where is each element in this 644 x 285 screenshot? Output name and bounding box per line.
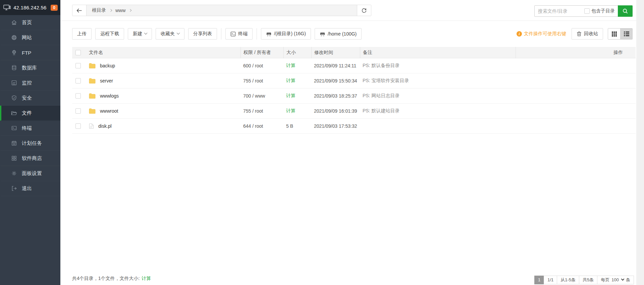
monitor-icon (11, 80, 17, 86)
sidebar-item-files[interactable]: 文件 (0, 106, 60, 121)
back-button[interactable] (72, 5, 87, 16)
sidebar-item-monitor[interactable]: 监控 (0, 75, 60, 91)
sidebar-item-website[interactable]: 网站 (0, 30, 60, 45)
row-checkbox[interactable] (75, 108, 81, 114)
sidebar-item-label: 安全 (22, 95, 32, 101)
calc-size-link[interactable]: 计算 (286, 93, 296, 99)
page-button-1[interactable]: 1 (534, 276, 544, 284)
toolbar-divider (257, 28, 257, 40)
include-subdir-label: 包含子目录 (591, 8, 615, 14)
sidebar-item-ftp[interactable]: FTP (0, 45, 60, 60)
row-checkbox[interactable] (75, 93, 81, 99)
include-subdir-checkbox[interactable] (584, 8, 590, 14)
table-row[interactable]: wwwroot 755 / root 计算 2021/09/09 16:01:3… (72, 104, 636, 119)
table-header: 文件名 权限 / 所有者 大小 修改时间 备注 操作 (72, 47, 636, 58)
calc-size-link[interactable]: 计算 (286, 78, 296, 84)
new-dropdown-button[interactable]: 新建 (128, 28, 152, 40)
file-name-link[interactable]: backup (100, 63, 115, 68)
calc-size-link[interactable]: 计算 (286, 63, 296, 69)
server-ip: 42.186.242.56 (13, 5, 51, 10)
folder-icon (89, 93, 96, 99)
sidebar-item-label: 面板设置 (22, 170, 42, 177)
path-bar: 根目录 www (72, 5, 371, 16)
file-name-link[interactable]: disk.pl (98, 123, 112, 129)
table-row[interactable]: disk.pl 644 / root 5 B 2021/09/03 17:53:… (72, 119, 636, 134)
header-actions: 操作 (516, 47, 636, 58)
sidebar-item-database[interactable]: 数据库 (0, 60, 60, 75)
grid-icon (612, 32, 617, 37)
grid-view-button[interactable] (608, 28, 620, 39)
header-permissions[interactable]: 权限 / 所有者 (240, 47, 283, 58)
breadcrumb: 根目录 www (87, 5, 357, 16)
right-click-hint: i 文件操作可使用右键 (517, 31, 566, 37)
search-button[interactable] (618, 5, 633, 17)
sidebar-item-label: 退出 (22, 185, 32, 192)
header-size[interactable]: 大小 (283, 47, 311, 58)
sidebar-item-appstore[interactable]: 软件商店 (0, 151, 60, 166)
perm-cell: 600 / root (240, 58, 283, 73)
terminal-button[interactable]: 终端 (225, 28, 253, 40)
file-icon (89, 123, 94, 129)
file-name-link[interactable]: wwwlogs (100, 93, 119, 99)
pagination: 1 1/1 从1-5条 共5条 每页 100 条 (535, 276, 634, 284)
favorites-dropdown-button[interactable]: 收藏夹 (156, 28, 184, 40)
sidebar-item-label: 软件商店 (22, 155, 42, 162)
upload-button[interactable]: 上传 (72, 28, 92, 40)
sidebar-item-terminal[interactable]: 终端 (0, 121, 60, 136)
select-all-checkbox[interactable] (75, 50, 81, 55)
share-list-button[interactable]: 分享列表 (188, 28, 217, 40)
table-row[interactable]: backup 600 / root 计算 2021/09/09 11:24:11… (72, 58, 636, 73)
disk-icon (266, 31, 272, 37)
message-count-badge[interactable]: 0 (51, 5, 58, 11)
sidebar-item-logout[interactable]: 退出 (0, 181, 60, 196)
toolbar-divider (221, 28, 221, 40)
folder-icon (89, 78, 96, 83)
note-cell: PS: 默认建站目录 (360, 104, 516, 118)
note-cell: PS: 宝塔软件安装目录 (360, 73, 516, 88)
file-table: 文件名 权限 / 所有者 大小 修改时间 备注 操作 backup 600 / … (72, 47, 636, 134)
sidebar: 42.186.242.56 0 首页 网站 FTP 数据库 监控 安全 文件 终… (0, 0, 60, 285)
sidebar-item-settings[interactable]: 面板设置 (0, 166, 60, 181)
calc-total-size-link[interactable]: 计算 (142, 276, 151, 281)
chevron-right-icon (129, 9, 131, 12)
appstore-icon (11, 155, 17, 162)
actions-cell (516, 58, 636, 73)
refresh-button[interactable] (357, 5, 371, 16)
recycle-bin-button[interactable]: 回收站 (572, 28, 603, 40)
row-checkbox[interactable] (75, 78, 81, 83)
table-row[interactable]: server 755 / root 计算 2021/09/09 15:50:34… (72, 73, 636, 89)
sidebar-item-home[interactable]: 首页 (0, 15, 60, 30)
mtime-cell: 2021/09/09 11:24:11 (311, 58, 360, 73)
perm-cell: 700 / www (240, 89, 283, 103)
globe-icon (11, 35, 17, 41)
breadcrumb-www[interactable]: www (115, 8, 125, 13)
disk-home-button[interactable]: /home (100G) (315, 28, 362, 40)
mtime-cell: 2021/09/09 16:01:39 (311, 104, 360, 118)
folder-open-icon (11, 110, 17, 116)
file-name-link[interactable]: wwwroot (100, 108, 118, 114)
disk-root-button[interactable]: /(根目录) (16G) (261, 28, 311, 40)
file-toolbar: 上传 远程下载 新建 收藏夹 分享列表 终端 /(根目录) (16G) /hom… (72, 28, 633, 40)
row-checkbox[interactable] (75, 63, 81, 68)
table-row[interactable]: wwwlogs 700 / www 计算 2021/09/03 18:25:37… (72, 89, 636, 104)
list-view-button[interactable] (620, 28, 632, 39)
breadcrumb-root[interactable]: 根目录 (92, 7, 106, 13)
sidebar-item-label: 网站 (22, 35, 32, 41)
row-checkbox[interactable] (75, 123, 81, 129)
header-filename[interactable]: 文件名 (85, 47, 240, 58)
note-cell: PS: 网站日志目录 (360, 89, 516, 103)
sidebar-item-security[interactable]: 安全 (0, 91, 60, 106)
per-page-select[interactable]: 100 (611, 276, 624, 284)
gear-icon (11, 170, 17, 177)
file-name-link[interactable]: server (100, 78, 113, 83)
calc-size-link[interactable]: 计算 (286, 108, 296, 114)
header-note[interactable]: 备注 (360, 47, 516, 58)
status-summary: 共4个目录，1个文件，文件大小: 计算 (72, 276, 151, 282)
header-mtime[interactable]: 修改时间 (311, 47, 360, 58)
sidebar-item-cron[interactable]: 计划任务 (0, 136, 60, 151)
scrollbar-track[interactable] (636, 0, 644, 285)
remote-download-button[interactable]: 远程下载 (95, 28, 124, 40)
chevron-right-icon (109, 9, 112, 12)
search-input[interactable] (535, 6, 584, 16)
note-cell: PS: 默认备份目录 (360, 58, 516, 73)
